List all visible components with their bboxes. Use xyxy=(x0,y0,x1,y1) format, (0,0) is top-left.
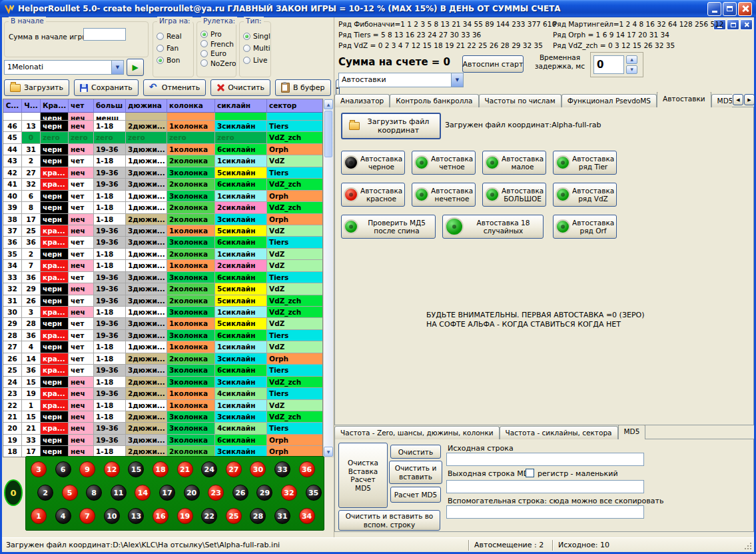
table-row[interactable]: 352чернчет1-181дюжи...2колонка1сиклайнVd… xyxy=(3,249,322,260)
radio-fan[interactable]: Fan xyxy=(157,42,192,54)
table-row[interactable]: 4431черннеч19-363дюжи...1колонка6сиклайн… xyxy=(3,144,322,155)
roulette-number-17[interactable]: 17 xyxy=(159,485,175,501)
tab-md5[interactable]: MD5 xyxy=(711,94,732,107)
minimize-button[interactable] xyxy=(707,2,721,16)
chevron-down-icon[interactable]: ▼ xyxy=(451,73,463,87)
tab-scroll-right-button[interactable]: ▶ xyxy=(744,94,755,105)
table-row[interactable]: 398чернчет1-181дюжи...2колонка2сиклайнVd… xyxy=(3,202,322,213)
table-row[interactable]: 3817черннеч1-182дюжи...2колонка3сиклайнO… xyxy=(3,214,322,225)
autobet-even-button[interactable]: Автоставка четное xyxy=(412,151,476,175)
table-row[interactable]: 221кра...неч1-181дюжи...1колонка1сиклайн… xyxy=(3,400,322,411)
table-row[interactable]: 3725кра...неч19-363дюжи...1колонка5сикла… xyxy=(3,225,322,237)
autobet-vdz-row-button[interactable]: Автоставка ряд VdZ xyxy=(553,183,617,207)
scroll-up-button[interactable]: ▲ xyxy=(324,99,333,109)
roulette-number-25[interactable]: 25 xyxy=(226,508,242,524)
roulette-number-11[interactable]: 11 xyxy=(111,485,127,501)
delay-input[interactable] xyxy=(593,55,624,74)
md5-clear-button[interactable]: Очистить xyxy=(390,445,441,459)
autobet-mode-select[interactable]: Автоставки ▼ xyxy=(338,73,464,87)
table-row[interactable]: 432чернчет1-181дюжи...2колонка1сиклайнVd… xyxy=(3,155,322,167)
roulette-number-12[interactable]: 12 xyxy=(104,461,120,477)
load-button[interactable]: Загрузить xyxy=(4,79,69,96)
check-md5-after-spin-button[interactable]: Проверить МД5 после спина xyxy=(341,215,436,239)
autobet-orf-row-button[interactable]: Автоставка ряд Orf xyxy=(553,215,617,239)
roulette-number-16[interactable]: 16 xyxy=(153,508,169,524)
radio-nozero[interactable]: NoZero xyxy=(200,59,235,69)
roulette-number-32[interactable]: 32 xyxy=(281,485,297,501)
spin-up-button[interactable]: ▲ xyxy=(626,55,637,64)
table-row[interactable]: 3336кра...чет19-363дюжи...3колонка6сикла… xyxy=(3,272,322,283)
spin-down-button[interactable]: ▼ xyxy=(626,65,637,74)
autobet-black-button[interactable]: Автоставка черное xyxy=(341,151,405,175)
table-row[interactable]: 406чернчет1-181дюжи...3колонка1сиклайнOr… xyxy=(3,191,322,202)
radio-bon[interactable]: Bon xyxy=(157,54,192,66)
lowercase-register-checkbox[interactable] xyxy=(526,469,534,477)
table-row[interactable]: 2614кра...чет1-182дюжи...2колонка3сиклай… xyxy=(3,353,322,365)
aux-string-input[interactable] xyxy=(446,505,644,519)
autobet-odd-button[interactable]: Автоставка нечетное xyxy=(412,183,476,207)
table-row[interactable]: 450zerozerozerozerozerozeroVdZ_zch xyxy=(3,132,322,143)
autobet-small-button[interactable]: Автоставка малое xyxy=(482,151,546,175)
roulette-number-5[interactable]: 5 xyxy=(62,485,78,501)
table-scrollbar[interactable]: ▲ ▼ xyxy=(323,99,334,457)
roulette-number-20[interactable]: 20 xyxy=(184,485,200,501)
mdi-close-button[interactable] xyxy=(740,19,753,30)
clear-button[interactable]: Очистить xyxy=(210,79,270,96)
table-row[interactable]: 2928чернчет19-363дюжи...1колонка5сиклайн… xyxy=(3,318,322,329)
source-string-input[interactable] xyxy=(446,453,644,466)
tab-bankroll-control[interactable]: Контроль банкролла xyxy=(390,94,478,107)
radio-euro[interactable]: Euro xyxy=(200,49,235,59)
maximize-button[interactable] xyxy=(723,2,737,16)
roulette-number-21[interactable]: 21 xyxy=(177,461,193,477)
roulette-number-22[interactable]: 22 xyxy=(201,508,217,524)
scroll-down-button[interactable]: ▼ xyxy=(324,447,333,457)
roulette-number-7[interactable]: 7 xyxy=(79,508,95,524)
radio-multi[interactable]: Multi xyxy=(243,42,270,54)
roulette-number-24[interactable]: 24 xyxy=(201,461,217,477)
load-coordinates-button[interactable]: Загрузить файл координат xyxy=(341,113,441,139)
table-row[interactable]: 2319кра...неч19-362дюжи...1колонка4сикла… xyxy=(3,388,322,399)
to-buffer-button[interactable]: В буфер xyxy=(275,79,331,96)
radio-live[interactable]: Live xyxy=(243,54,270,66)
roulette-number-0[interactable]: 0 xyxy=(4,479,23,506)
md5-combo-button[interactable]: Очистка Вставка Расчет MD5 xyxy=(338,443,388,508)
tab-psevdoms[interactable]: Функционал PsevdoMS xyxy=(562,94,657,107)
table-row[interactable]: 2115черннеч1-182дюжи...3колонка3сиклайнV… xyxy=(3,411,322,423)
table-row[interactable]: 347кра...неч1-181дюжи...1колонка2сиклайн… xyxy=(3,260,322,271)
roulette-number-1[interactable]: 1 xyxy=(31,508,47,524)
md5-clear-paste-aux-button[interactable]: Очистить и вставить во вспом. строку xyxy=(338,510,440,531)
md5-clear-paste-button[interactable]: Очистить и вставить xyxy=(389,461,442,484)
table-row[interactable]: 2415черннеч1-182дюжи...3колонка3сиклайнV… xyxy=(3,377,322,388)
table-row[interactable]: 4227кра...неч19-363дюжи...3колонка5сикла… xyxy=(3,167,322,179)
md5-output-input[interactable] xyxy=(446,480,644,493)
tab-freq-sixlines-sectors[interactable]: Частота - сиклайны, сектора xyxy=(500,426,618,439)
run-profile-button[interactable]: ▶ xyxy=(127,59,144,76)
mdi-restore-button[interactable] xyxy=(727,19,739,30)
roulette-number-23[interactable]: 23 xyxy=(208,485,224,501)
table-row[interactable]: 4613черннеч1-182дюжи...1колонка3сиклайнT… xyxy=(3,121,322,132)
autobet-red-button[interactable]: Автоставка красное xyxy=(341,183,405,207)
table-row[interactable]: 2536кра...чет19-363дюжи...3колонка6сикла… xyxy=(3,365,322,376)
chevron-down-icon[interactable]: ▼ xyxy=(111,61,123,74)
autobet-18-random-button[interactable]: Автоставка 18 случайных xyxy=(442,215,544,239)
roulette-number-33[interactable]: 33 xyxy=(274,461,290,477)
table-header-row[interactable]: С...Ч...Кра...четбольшдюжинаколонкасикла… xyxy=(3,99,322,113)
table-row[interactable]: 2021кра...неч19-362дюжи...3колонка4сикла… xyxy=(3,423,322,434)
roulette-number-6[interactable]: 6 xyxy=(55,461,71,477)
resize-grip[interactable] xyxy=(744,542,752,550)
tab-freq-zero-chances[interactable]: Частота - Zero, шансы, дюжины, колонки xyxy=(334,426,500,439)
tab-md5-calc[interactable]: MD5 xyxy=(618,425,646,439)
table-row[interactable]: 3229черннеч19-363дюжи...2колонка5сиклайн… xyxy=(3,283,322,295)
tab-autobets[interactable]: Автоставки xyxy=(657,92,711,107)
table-row[interactable]: 3636кра...чет19-363дюжи...3колонка6сикла… xyxy=(3,237,322,248)
table-row[interactable]: 274чернчет1-181дюжи...1колонка1сиклайнVd… xyxy=(3,341,322,353)
radio-real[interactable]: Real xyxy=(157,30,192,42)
roulette-number-34[interactable]: 34 xyxy=(299,508,315,524)
profile-select[interactable]: 1Melonati ▼ xyxy=(4,60,124,75)
radio-singl[interactable]: Singl xyxy=(243,30,270,42)
table-row[interactable]: 3126чернчет19-363дюжи...2колонка5сиклайн… xyxy=(3,295,322,307)
table-row[interactable]: 2836кра...чет19-363дюжи...3колонка6сикла… xyxy=(3,330,322,341)
table-row[interactable]: 303кра...неч1-181дюжи...3колонка1сиклайн… xyxy=(3,307,322,318)
scrollbar-thumb[interactable] xyxy=(324,111,332,157)
roulette-number-36[interactable]: 36 xyxy=(299,461,315,477)
